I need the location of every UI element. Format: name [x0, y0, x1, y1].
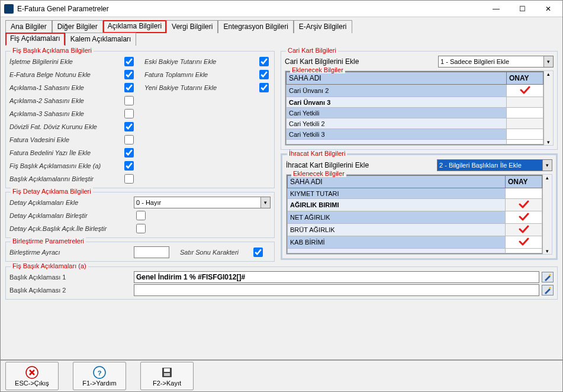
cell-label[interactable]: Cari Ünvanı 2 — [287, 85, 507, 97]
checkbox-fbr-2[interactable] — [259, 83, 269, 92]
checkbox-satir-sonu[interactable] — [253, 248, 263, 257]
label-fbr-1: Fatura Toplamını Ekle — [144, 71, 257, 78]
cell-onay[interactable] — [506, 224, 542, 236]
titlebar: E-Fatura Genel Parametreler — ☐ ✕ — [1, 1, 562, 17]
cell-onay[interactable] — [506, 211, 542, 224]
cell-label[interactable]: BRÜT AĞIRLIK — [288, 224, 506, 236]
fieldset-ihracat-eklenecek: Eklenecek Bilgiler SAHA ADI ONAY KIYMET … — [286, 174, 552, 255]
input-baslik-1[interactable] — [134, 271, 539, 283]
select-ihracat-ekle[interactable]: 2 - Bilgileri Başlıkları İle Ekle — [437, 159, 552, 171]
legend-cari-kart: Cari Kart Bilgileri — [286, 47, 338, 54]
checkbox-detay-birlesti[interactable] — [136, 211, 146, 220]
window-title: E-Fatura Genel Parametreler — [17, 5, 483, 13]
chevron-down-icon[interactable]: ▾ — [543, 56, 553, 67]
label-detay-birlesti: Detay Açıklamaları Birleştir — [9, 212, 134, 219]
scroll-down-icon[interactable]: ▾ — [543, 248, 552, 254]
legend-fis-baslik: Fiş Başlık Açıklama Bilgileri — [11, 47, 94, 54]
checkmark-icon — [519, 86, 531, 94]
close-circle-icon — [25, 366, 38, 379]
fieldset-birlestirme: Birleştirme Parametreleri Birleştirme Ay… — [5, 242, 275, 262]
label-fbl-7: Fatura Bedelini Yazı İle Ekle — [9, 149, 122, 156]
tab-kalem-aciklamalari[interactable]: Kalem Açıklamaları — [65, 33, 137, 46]
checkbox-fbr-0[interactable] — [259, 57, 269, 66]
cell-label[interactable]: KAB BİRİMİ — [288, 236, 506, 249]
col-saha-adi[interactable]: SAHA ADI — [288, 176, 506, 188]
checkbox-fbl-6[interactable] — [124, 135, 134, 144]
table-row[interactable]: BRÜT AĞIRLIK — [288, 224, 542, 236]
cell-label[interactable]: KIYMET TUTARI — [288, 188, 506, 199]
select-cari-ekle[interactable]: 1 - Sadece Bilgileri Ekle — [438, 56, 554, 68]
assist-button-1[interactable] — [542, 272, 554, 282]
chevron-down-icon[interactable]: ▾ — [542, 160, 552, 171]
cell-onay[interactable] — [507, 85, 543, 97]
esc-cikis-button[interactable]: ESC->Çıkış — [5, 362, 59, 390]
f2-kayit-button[interactable]: F2->Kayıt — [140, 362, 194, 390]
scroll-up-icon[interactable]: ▴ — [544, 71, 553, 77]
label-fbl-5: Dövizli Fat. Döviz Kurunu Ekle — [9, 123, 122, 130]
table-row[interactable]: Cari Yetkili 3 — [287, 129, 543, 140]
col-onay[interactable]: ONAY — [506, 176, 542, 188]
input-baslik-2[interactable] — [134, 284, 539, 296]
table-row[interactable]: NET AĞIRLIK — [288, 211, 542, 224]
cell-onay[interactable] — [506, 188, 542, 199]
cell-label[interactable]: Cari Ünvanı 3 — [287, 97, 507, 108]
col-saha-adi[interactable]: SAHA ADI — [287, 72, 507, 85]
chevron-down-icon[interactable]: ▾ — [260, 197, 270, 208]
minimize-button[interactable]: — — [483, 1, 509, 17]
table-row[interactable]: KAB BİRİMİ — [288, 236, 542, 249]
checkbox-detay-acik-baslik[interactable] — [136, 224, 146, 233]
table-row[interactable]: AĞIRLIK BIRIMI — [288, 199, 542, 211]
cell-onay[interactable] — [507, 129, 543, 140]
cell-onay[interactable] — [507, 108, 543, 118]
checkbox-fbl-1[interactable] — [124, 70, 134, 79]
checkbox-fbl-5[interactable] — [124, 122, 134, 131]
table-row[interactable]: Cari Yetkili — [287, 108, 543, 118]
table-row[interactable]: Cari Ünvanı 3 — [287, 97, 543, 108]
scrollbar-ihracat[interactable]: ▴ ▾ — [542, 175, 552, 254]
maximize-button[interactable]: ☐ — [509, 1, 535, 17]
table-row[interactable]: KIYMET TUTARI — [288, 188, 542, 199]
tab-earsiv-bilgileri[interactable]: E-Arşiv Bilgileri — [294, 20, 352, 33]
cell-onay[interactable] — [506, 236, 542, 249]
select-detay-ekle[interactable]: 0 - Hayır — [134, 197, 271, 208]
scroll-up-icon[interactable]: ▴ — [543, 175, 552, 181]
cell-label[interactable]: NET AĞIRLIK — [288, 211, 506, 224]
cell-label[interactable]: AĞIRLIK BIRIMI — [288, 199, 506, 211]
checkbox-fbl-7[interactable] — [124, 148, 134, 158]
label-cari-ekle: Cari Kart Bilgilerini Ekle — [285, 57, 359, 66]
checkbox-fbl-2[interactable] — [124, 83, 134, 92]
col-onay[interactable]: ONAY — [507, 72, 543, 85]
table-row[interactable]: Cari Yetkili 2 — [287, 118, 543, 129]
scroll-down-icon[interactable]: ▾ — [544, 139, 553, 145]
cell-onay[interactable] — [507, 97, 543, 108]
legend-fis-detay: Fiş Detay Açıklama Bilgileri — [11, 188, 93, 195]
tab-diger-bilgiler[interactable]: Diğer Bilgiler — [52, 20, 103, 33]
checkbox-fbr-1[interactable] — [259, 70, 269, 79]
tab-ana-bilgiler[interactable]: Ana Bilgiler — [5, 20, 52, 33]
tab-vergi-bilgileri[interactable]: Vergi Bilgileri — [166, 20, 218, 33]
table-row[interactable]: Cari Ünvanı 2 — [287, 85, 543, 97]
checkbox-fbl-8[interactable] — [124, 161, 134, 171]
input-birl-ayrac[interactable] — [134, 246, 169, 258]
tab-fis-aciklamalari[interactable]: Fiş Açıklamaları — [5, 33, 65, 46]
checkbox-fbl-0[interactable] — [124, 57, 134, 66]
tab-entegrasyon-bilgileri[interactable]: Entegrasyon Bilgileri — [218, 20, 293, 33]
checkbox-fbl-9[interactable] — [124, 174, 134, 184]
cell-label[interactable]: Cari Yetkili 2 — [287, 118, 507, 129]
label-detay-acik-baslik: Detay Açık.Başlık Açık.İle Birleştir — [9, 225, 134, 232]
scrollbar-cari[interactable]: ▴ ▾ — [543, 71, 553, 145]
cell-onay[interactable] — [507, 118, 543, 129]
checkbox-fbl-4[interactable] — [124, 109, 134, 118]
cell-onay[interactable] — [506, 199, 542, 211]
tab-aciklama-bilgileri[interactable]: Açıklama Bilgileri — [103, 20, 166, 33]
checkmark-icon — [518, 225, 530, 233]
svg-rect-7 — [164, 373, 170, 376]
checkbox-fbl-3[interactable] — [124, 96, 134, 105]
label-fbl-0: İşletme Bilgilerini Ekle — [9, 58, 122, 65]
f1-yardim-button[interactable]: ? F1->Yardım — [73, 362, 126, 390]
cell-label[interactable]: Cari Yetkili — [287, 108, 507, 118]
assist-button-2[interactable] — [542, 285, 554, 295]
fieldset-fis-detay: Fiş Detay Açıklama Bilgileri Detay Açıkl… — [5, 192, 275, 238]
cell-label[interactable]: Cari Yetkili 3 — [287, 129, 507, 140]
close-button[interactable]: ✕ — [535, 1, 561, 17]
